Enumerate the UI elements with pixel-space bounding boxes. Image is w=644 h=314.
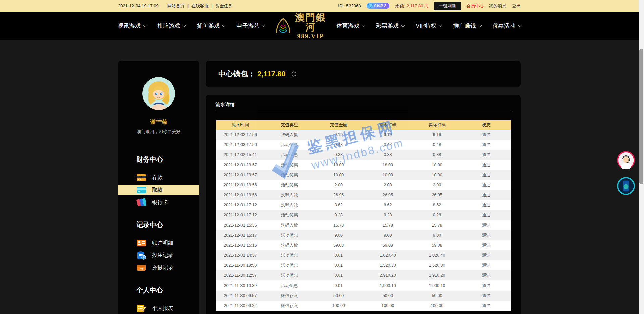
mobile-app-icon[interactable] bbox=[617, 177, 635, 195]
col-amount: 充值金额 bbox=[314, 122, 363, 128]
table-cell: 活动优惠 bbox=[265, 142, 314, 148]
table-cell: 18.00 bbox=[413, 163, 462, 167]
table-cell: 15.78 bbox=[413, 223, 462, 228]
table-cell: 0.01 bbox=[314, 273, 363, 278]
table-cell: 26.95 bbox=[314, 193, 363, 197]
nav-vip-privilege[interactable]: VIP特权 bbox=[416, 22, 441, 30]
table-row: 2021-12-02 15:41活动优惠0.380.380.38通过 bbox=[216, 150, 511, 160]
divider-rule bbox=[216, 112, 511, 112]
table-cell: 2,910.20 bbox=[363, 273, 413, 278]
chevron-down-icon bbox=[401, 24, 405, 27]
scrollbar-thumb[interactable] bbox=[639, 49, 643, 184]
table-cell: 18.00 bbox=[363, 163, 413, 167]
my-messages-link[interactable]: 我的消息 bbox=[489, 3, 506, 9]
chevron-down-icon bbox=[262, 24, 265, 27]
table-cell: 2021-12-03 17:50 bbox=[216, 142, 265, 147]
chevron-down-icon bbox=[439, 24, 442, 27]
sidebar-item-deposit-withdraw-record[interactable]: 充提记录 bbox=[118, 263, 199, 273]
table-cell: 洗码入款 bbox=[265, 202, 314, 208]
table-cell: 2021-11-30 09:57 bbox=[216, 293, 265, 298]
table-cell: 通过 bbox=[462, 132, 511, 138]
deposit-withdraw-record-icon bbox=[136, 263, 146, 272]
sidebar-item-account-detail[interactable]: 账户明细 bbox=[118, 238, 199, 248]
sidebar: 谢***菊 澳门银河，因你而美好 财务中心 存款 取款 bbox=[118, 61, 199, 314]
site-logo[interactable]: 澳門銀河 989.VIP bbox=[275, 13, 326, 39]
chevron-down-icon bbox=[183, 24, 186, 27]
nav-slot-games[interactable]: 电子游艺 bbox=[236, 22, 265, 30]
section-title-records: 记录中心 bbox=[118, 220, 199, 229]
table-cell: 100.00 bbox=[413, 303, 462, 308]
account-detail-icon bbox=[136, 239, 146, 247]
table-cell: 0.48 bbox=[314, 142, 363, 147]
nav-promotion-earn[interactable]: 推广赚钱 bbox=[453, 22, 481, 30]
table-cell: 2.00 bbox=[314, 183, 363, 187]
table-cell: 通过 bbox=[462, 243, 511, 248]
sidebar-item-deposit[interactable]: 存款 bbox=[118, 173, 199, 183]
sidebar-item-label: 账户明细 bbox=[152, 240, 173, 247]
table-cell: 通过 bbox=[462, 303, 511, 309]
table-cell: 2021-11-30 18:50 bbox=[216, 263, 265, 268]
nav-discount-activity[interactable]: 优惠活动 bbox=[493, 22, 521, 30]
sidebar-item-bank-card[interactable]: 银行卡 bbox=[118, 197, 199, 207]
svip-badge: SVIP 2 bbox=[366, 3, 390, 9]
table-cell: 2021-12-01 19:57 bbox=[216, 173, 265, 177]
sidebar-item-personal-report[interactable]: 个人报表 bbox=[118, 303, 199, 313]
table-cell: 0.38 bbox=[363, 152, 413, 157]
col-status: 状态 bbox=[462, 122, 511, 128]
one-key-refresh-button[interactable]: 一键刷新 bbox=[434, 2, 461, 10]
table-cell: 通过 bbox=[462, 202, 511, 208]
table-cell: 18.00 bbox=[314, 163, 363, 167]
table-cell: 活动优惠 bbox=[265, 162, 314, 168]
table-cell: 活动优惠 bbox=[265, 273, 314, 278]
table-cell: 50.00 bbox=[363, 293, 413, 298]
link-online-service[interactable]: 在线客服 bbox=[191, 3, 209, 9]
link-bounty-task[interactable]: 赏金任务 bbox=[215, 3, 233, 9]
member-center-link[interactable]: 会员中心 bbox=[466, 3, 484, 9]
table-cell: 2021-12-01 14:57 bbox=[216, 253, 265, 258]
sidebar-item-label: 银行卡 bbox=[152, 199, 168, 206]
sidebar-item-withdraw[interactable]: 取款 bbox=[118, 185, 199, 195]
col-type: 充值类型 bbox=[265, 122, 314, 128]
table-cell: 1,020.40 bbox=[363, 253, 413, 258]
table-cell: 通过 bbox=[462, 253, 511, 258]
diamond-icon bbox=[368, 4, 373, 8]
link-site-home[interactable]: 网站首页 bbox=[167, 3, 185, 9]
customer-service-icon[interactable] bbox=[617, 151, 635, 169]
table-cell: 0.48 bbox=[413, 142, 462, 147]
datetime: 2021-12-04 19:17:09 bbox=[118, 3, 159, 8]
chevron-down-icon bbox=[478, 24, 482, 27]
nav-fishing-games[interactable]: 捕鱼游戏 bbox=[197, 22, 225, 30]
nav-sports-games[interactable]: 体育游戏 bbox=[336, 22, 365, 30]
nav-live-games[interactable]: 视讯游戏 bbox=[118, 22, 146, 30]
statement-rows: 2021-12-03 17:56洗码入款9.199.199.19通过2021-1… bbox=[216, 130, 511, 311]
table-cell: 活动优惠 bbox=[265, 283, 314, 289]
logout-link[interactable]: 登出 bbox=[512, 3, 521, 9]
table-row: 2021-12-01 15:35洗码入款15.7815.7815.78通过 bbox=[216, 220, 511, 230]
table-cell: 9.19 bbox=[314, 132, 363, 137]
table-cell: 通过 bbox=[462, 212, 511, 218]
logo-subtitle: 989.VIP bbox=[294, 33, 326, 39]
table-row: 2021-11-30 18:50活动优惠0.011,520.301,520.30… bbox=[216, 260, 511, 270]
scrollbar-track[interactable] bbox=[639, 0, 644, 314]
chevron-down-icon bbox=[362, 24, 365, 27]
table-cell: 9.00 bbox=[363, 233, 413, 238]
table-cell: 9.19 bbox=[413, 132, 462, 137]
sidebar-item-bet-record[interactable]: 投注记录 bbox=[118, 250, 199, 260]
table-row: 2021-12-03 17:56洗码入款9.199.199.19通过 bbox=[216, 130, 511, 140]
balance-value: 2,117.80 元 bbox=[407, 3, 429, 8]
table-cell: 通过 bbox=[462, 273, 511, 278]
table-cell: 9.00 bbox=[413, 233, 462, 238]
refresh-icon[interactable] bbox=[290, 70, 298, 78]
table-row: 2021-12-01 14:57活动优惠0.011,020.401,020.40… bbox=[216, 250, 511, 260]
table-cell: 8.62 bbox=[314, 203, 363, 207]
wallet-amount: 2,117.80 bbox=[257, 70, 285, 78]
section-title-finance: 财务中心 bbox=[118, 155, 199, 164]
nav-lottery-games[interactable]: 彩票游戏 bbox=[376, 22, 404, 30]
table-cell: 0.01 bbox=[314, 263, 363, 268]
wallet-label: 中心钱包： bbox=[218, 69, 255, 79]
table-cell: 活动优惠 bbox=[265, 253, 314, 258]
table-cell: 通过 bbox=[462, 172, 511, 178]
table-cell: 2021-12-01 15:15 bbox=[216, 243, 265, 248]
nav-board-games[interactable]: 棋牌游戏 bbox=[157, 22, 185, 30]
table-row: 2021-12-01 19:56活动优惠2.002.002.00通过 bbox=[216, 180, 511, 190]
